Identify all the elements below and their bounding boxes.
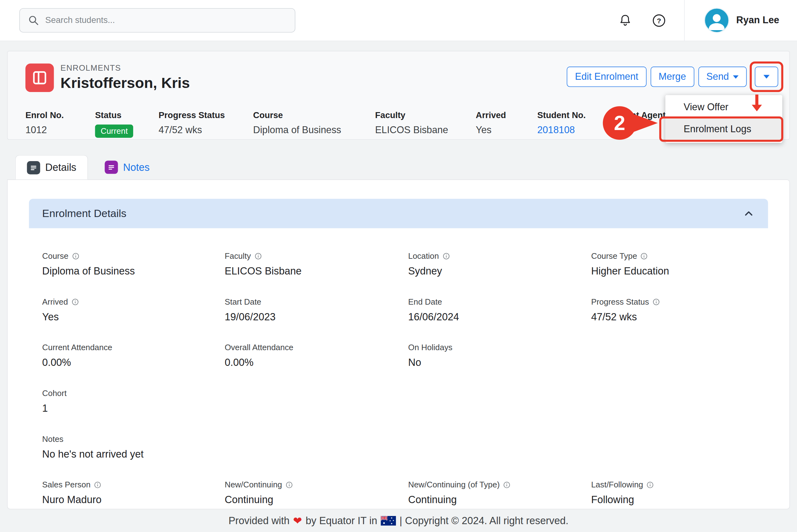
merge-button[interactable]: Merge [650, 66, 694, 87]
details-tab-icon [27, 161, 40, 174]
field-start-date: Start Date 19/06/2023 [225, 298, 408, 323]
info-icon[interactable] [652, 298, 660, 306]
field-end-date: End Date 16/06/2024 [408, 298, 591, 323]
info-icon[interactable] [72, 252, 79, 260]
field-sales-person: Sales Person Nuro Maduro [42, 480, 225, 506]
enrolment-header: ENROLMENTS Kristofferson, Kris Edit Enro… [7, 51, 790, 140]
enrolments-app-icon [25, 63, 54, 92]
summary-course: Course Diploma of Business [253, 110, 375, 137]
empty-cell [591, 389, 768, 414]
search-icon [28, 15, 39, 26]
search-box[interactable] [19, 8, 296, 33]
field-arrived: Arrived Yes [42, 298, 225, 323]
avatar[interactable] [704, 7, 729, 33]
header-row: ENROLMENTS Kristofferson, Kris Edit Enro… [25, 63, 778, 92]
field-on-holidays: On Holidays No [408, 343, 591, 369]
enrolment-details-fields: Course Diploma of Business Faculty ELICO… [29, 228, 768, 509]
enrolment-details-panel-header[interactable]: Enrolment Details [29, 199, 768, 228]
empty-cell [408, 435, 591, 460]
notifications-bell-icon[interactable] [618, 14, 631, 27]
field-current-attendance: Current Attendance 0.00% [42, 343, 225, 369]
summary-enrol-no: Enrol No. 1012 [25, 110, 95, 137]
chevron-down-icon [763, 75, 770, 79]
empty-cell [225, 435, 408, 460]
field-location: Location Sydney [408, 251, 591, 277]
empty-cell [408, 389, 591, 414]
footer-text-prefix: Provided with [229, 515, 289, 527]
field-progress-status: Progress Status 47/52 wks [591, 298, 768, 323]
field-faculty: Faculty ELICOS Bisbane [225, 251, 408, 277]
summary-progress-status: Progress Status 47/52 wks [158, 110, 253, 137]
tab-notes[interactable]: Notes [93, 155, 161, 179]
info-icon[interactable] [94, 481, 101, 489]
section-label: ENROLMENTS [61, 63, 190, 73]
field-new-continuing-of-type: New/Continuing (of Type) Continuing [408, 480, 591, 506]
empty-cell [591, 435, 768, 460]
more-actions-wrap [755, 66, 778, 87]
topbar: ? Ryan Lee [0, 0, 797, 41]
summary-student-no: Student No. 2018108 [537, 110, 607, 137]
tab-bar: Details Notes [7, 155, 790, 179]
summary-faculty: Faculty ELICOS Bisbane [375, 110, 476, 137]
notes-tab-icon [105, 160, 118, 174]
field-cohort: Cohort 1 [42, 389, 225, 414]
tab-details[interactable]: Details [15, 155, 88, 179]
empty-cell [225, 389, 408, 414]
student-no-link[interactable]: 2018108 [537, 125, 607, 136]
search-input[interactable] [44, 15, 287, 26]
send-dropdown-menu: View Offer Enrolment Logs [665, 95, 782, 143]
australia-flag-icon [381, 516, 396, 526]
footer-text-mid: by Equator IT in [306, 515, 377, 527]
field-notes: Notes No he's not arrived yet [42, 435, 225, 460]
field-course-type: Course Type Higher Education [591, 251, 768, 277]
field-course: Course Diploma of Business [42, 251, 225, 277]
panel-title: Enrolment Details [42, 207, 126, 220]
send-button[interactable]: Send [698, 66, 746, 87]
svg-text:?: ? [657, 16, 661, 24]
status-badge: Current [95, 125, 133, 138]
info-icon[interactable] [504, 481, 511, 489]
field-last-following: Last/Following Following [591, 480, 768, 506]
page-title: Kristofferson, Kris [61, 75, 190, 91]
field-overall-attendance: Overall Attendance 0.00% [225, 343, 408, 369]
chevron-down-icon [733, 75, 739, 78]
menu-item-enrolment-logs[interactable]: Enrolment Logs [665, 117, 782, 141]
collapse-chevron-up-icon[interactable] [743, 207, 755, 220]
summary-status: Status Current [95, 110, 158, 137]
header-actions: Edit Enrolment Merge Send [567, 63, 778, 87]
info-icon[interactable] [72, 298, 79, 306]
info-icon[interactable] [254, 252, 262, 260]
footer: Provided with ❤ by Equator IT in | Copyr… [0, 509, 797, 532]
heart-icon: ❤ [293, 515, 302, 526]
info-icon[interactable] [641, 252, 648, 260]
info-icon[interactable] [647, 481, 654, 489]
page: ? Ryan Lee ENROLMENTS Kristofferson, Kri… [0, 0, 797, 532]
footer-text-suffix: | Copyright © 2024. All right reserved. [399, 515, 568, 527]
info-icon[interactable] [442, 252, 450, 260]
user-name: Ryan Lee [736, 15, 779, 26]
topbar-divider [684, 0, 685, 41]
menu-item-view-offer[interactable]: View Offer [665, 97, 782, 117]
summary-arrived: Arrived Yes [476, 110, 537, 137]
more-actions-caret-button[interactable] [755, 66, 778, 87]
edit-enrolment-button[interactable]: Edit Enrolment [567, 66, 647, 87]
field-new-continuing: New/Continuing Continuing [225, 480, 408, 506]
header-titles: ENROLMENTS Kristofferson, Kris [61, 63, 190, 91]
details-content: Enrolment Details Course Diploma of Busi… [7, 179, 790, 509]
info-icon[interactable] [286, 481, 293, 489]
empty-cell [591, 343, 768, 369]
help-icon[interactable]: ? [652, 14, 666, 27]
